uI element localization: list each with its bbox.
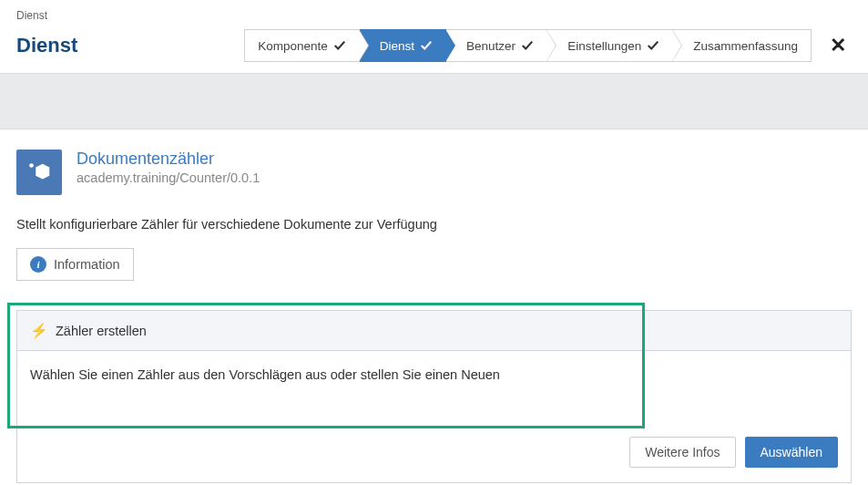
module-header: Dokumentenzähler academy.training/Counte… — [16, 150, 852, 195]
action-card: ⚡ Zähler erstellen Wählen Sie einen Zähl… — [16, 310, 852, 483]
information-button-label: Information — [54, 257, 120, 272]
info-icon: i — [30, 256, 46, 273]
module-title[interactable]: Dokumentenzähler — [77, 150, 260, 169]
wizard-step-3[interactable]: Einstellungen — [547, 29, 673, 62]
wizard-step-label: Benutzer — [466, 39, 516, 53]
module-path: academy.training/Counter/0.0.1 — [77, 170, 260, 185]
breadcrumb: Dienst — [0, 0, 868, 22]
wizard-step-2[interactable]: Benutzer — [446, 29, 547, 62]
module-description: Stellt konfigurierbare Zähler für versch… — [16, 217, 852, 232]
wizard-step-label: Komponente — [258, 39, 328, 53]
wizard-steps: KomponenteDienstBenutzerEinstellungenZus… — [244, 29, 812, 62]
header-placeholder-bar — [0, 73, 868, 129]
svg-marker-1 — [36, 164, 49, 180]
wizard-step-label: Einstellungen — [567, 39, 641, 53]
wizard-step-4[interactable]: Zusammenfassung — [673, 29, 812, 62]
action-card-body: Wählen Sie einen Zähler aus den Vorschlä… — [17, 351, 851, 437]
hexagon-icon — [26, 159, 53, 186]
module-icon — [16, 150, 62, 195]
action-card-header[interactable]: ⚡ Zähler erstellen — [17, 311, 851, 351]
header-row: Dienst KomponenteDienstBenutzerEinstellu… — [0, 22, 868, 73]
wizard-step-0[interactable]: Komponente — [244, 29, 360, 62]
wizard-step-label: Zusammenfassung — [693, 39, 798, 53]
close-button[interactable]: ✕ — [824, 32, 852, 59]
wizard-step-1[interactable]: Dienst — [360, 29, 446, 62]
bolt-icon: ⚡ — [30, 322, 48, 339]
check-icon — [521, 39, 534, 52]
page-title: Dienst — [16, 34, 77, 57]
information-button[interactable]: i Information — [16, 248, 134, 281]
action-card-footer: Weitere Infos Auswählen — [17, 437, 851, 482]
wizard-step-label: Dienst — [380, 39, 414, 53]
check-icon — [647, 39, 659, 52]
svg-point-0 — [29, 163, 34, 168]
more-info-button[interactable]: Weitere Infos — [629, 437, 735, 468]
action-card-title: Zähler erstellen — [56, 324, 147, 338]
check-icon — [420, 39, 433, 52]
select-button[interactable]: Auswählen — [745, 437, 839, 468]
check-icon — [333, 39, 346, 52]
